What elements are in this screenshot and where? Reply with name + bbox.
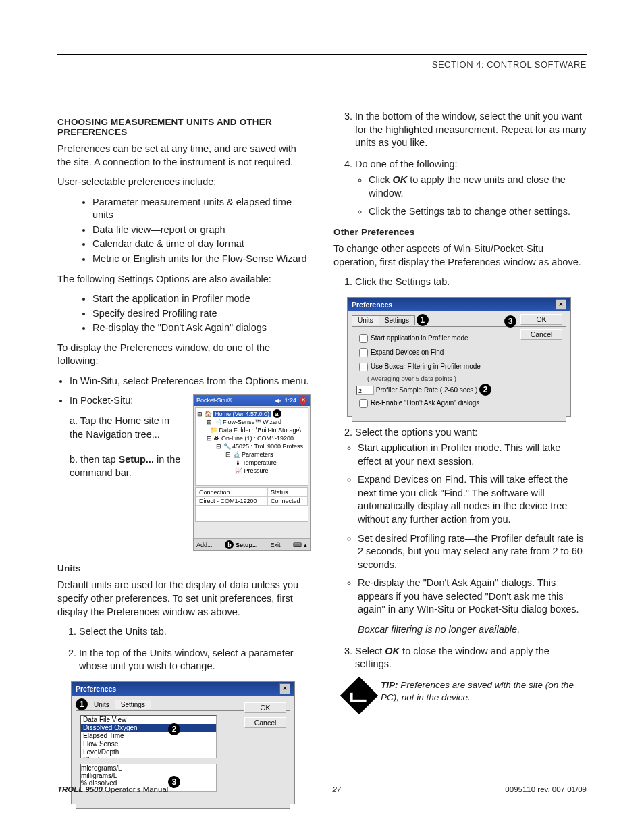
callout-1: 1 <box>417 314 429 326</box>
close-icon[interactable]: ✕ <box>299 396 307 405</box>
callout-3: 3 <box>504 315 516 328</box>
settings-step-1: Click the Settings tab. <box>355 276 587 289</box>
substep-a: a. Tap the Home site in the Navigation t… <box>70 415 178 441</box>
cancel-button[interactable]: Cancel <box>244 717 286 728</box>
tab-settings[interactable]: Settings <box>379 315 415 325</box>
para-intro3: The following Settings Options are also … <box>57 273 311 286</box>
status-value: Connected <box>268 497 308 506</box>
cancel-button[interactable]: Cancel <box>520 329 562 340</box>
window-title: Pocket-Situ® <box>196 397 232 404</box>
heading-choose-prefs: CHOOSING MEASUREMENT UNITS AND OTHER PRE… <box>57 117 311 137</box>
prefs-list: Parameter measurement units & elapsed ti… <box>92 196 311 266</box>
section-header: SECTION 4: CONTROL SOFTWARE <box>57 59 587 70</box>
note-boxcar: Boxcar filtering is no longer available. <box>358 623 587 637</box>
substep-b: b. then tap Setup... in the command bar. <box>70 453 184 479</box>
list-item: Calendar date & time of day format <box>92 238 311 251</box>
page-footer: TROLL 9500 Operator's Manual 27 0095110 … <box>57 785 587 793</box>
para-other: To change other aspects of Win-Situ/Pock… <box>333 242 587 269</box>
figure-pocket-situ: Pocket-Situ® ◀× 1:24 ✕ ⊟ 🏠 Home (Ver 4.5… <box>193 394 311 551</box>
close-icon[interactable]: × <box>279 683 290 694</box>
keyboard-icon[interactable]: ⌨ ▴ <box>293 542 307 548</box>
callout-b: b <box>225 540 234 549</box>
tip-icon <box>340 676 379 714</box>
col-connection: Connection <box>196 488 268 497</box>
checkbox-profiler-mode[interactable] <box>359 334 368 343</box>
list-item: Data file view—report or graph <box>92 224 311 237</box>
doc-rev: 0095110 rev. 007 01/09 <box>505 785 587 793</box>
exit-button[interactable]: Exit <box>270 542 280 548</box>
heading-units: Units <box>57 563 311 573</box>
window-title: Preferences <box>352 301 392 309</box>
para-intro2: User-selectable preferences include: <box>57 176 311 189</box>
ok-button[interactable]: OK <box>244 702 286 713</box>
step-3: In the bottom of the window, select the … <box>355 110 587 150</box>
checkbox-expand-devices[interactable] <box>359 348 368 357</box>
list-item: Parameter measurement units & elapsed ti… <box>92 196 311 222</box>
sample-rate-input[interactable]: 2 <box>356 386 374 395</box>
settings-step-3: Select OK to close the window and apply … <box>355 645 587 671</box>
tab-settings[interactable]: Settings <box>115 700 151 709</box>
list-item: Re-display the "Don't Ask Again" dialogs… <box>358 577 587 617</box>
callout-2: 2 <box>168 723 180 735</box>
list-item: Specify desired Profiling rate <box>92 307 311 321</box>
list-item: Set desired Profiling rate—the Profiler … <box>358 532 587 572</box>
list-item: Metric or English units for the Flow-Sen… <box>92 253 311 266</box>
tab-units[interactable]: Units <box>88 700 115 709</box>
para-intro1: Preferences can be set at any time, and … <box>57 142 311 169</box>
list-item: Re-display the "Don't Ask Again" dialogs <box>92 321 311 335</box>
connection-value: Direct - COM1-19200 <box>196 497 268 506</box>
para-units: Default units are used for the display o… <box>57 579 311 619</box>
tip-text: TIP: Preferences are saved with the site… <box>381 679 587 709</box>
ok-button[interactable]: OK <box>520 314 562 325</box>
checkbox-reenable-dialogs[interactable] <box>359 399 368 408</box>
parameter-list[interactable]: Data File View Dissolved Oxygen Elapsed … <box>80 715 217 758</box>
tab-units[interactable]: Units <box>352 315 379 325</box>
add-button[interactable]: Add... <box>196 542 213 548</box>
close-icon[interactable]: × <box>556 299 566 310</box>
settings-step-2: Select the options you want: Start appli… <box>355 426 587 637</box>
list-item: Click OK to apply the new units and clos… <box>369 174 587 200</box>
settings-list: Start the application in Profiler mode S… <box>92 292 311 335</box>
window-title: Preferences <box>76 685 116 693</box>
list-item: Start application in Profiler mode. This… <box>358 442 587 468</box>
list-item: Click the Settings tab to change other s… <box>369 205 587 219</box>
setup-button[interactable]: Setup... <box>236 542 258 548</box>
callout-a: a <box>273 409 281 418</box>
header-rule <box>57 54 587 55</box>
step-4: Do one of the following: Click OK to app… <box>355 158 587 219</box>
list-item: In Win-Situ, select Preferences from the… <box>70 375 311 388</box>
para-display-pref: To display the Preferences window, do on… <box>57 342 311 368</box>
nav-tree[interactable]: ⊟ 🏠 Home (Ver 4.57.0.0) a ⊞ 📄 Flow-Sense… <box>195 407 308 486</box>
figure-preferences-settings: Preferences × UnitsSettings 1 Start appl… <box>347 297 571 417</box>
page-number: 27 <box>332 785 341 793</box>
list-item: Expand Devices on Find. This will take e… <box>358 473 587 526</box>
units-step-2: In the top of the Units window, select a… <box>79 647 311 673</box>
heading-other-prefs: Other Preferences <box>333 227 587 237</box>
callout-1: 1 <box>76 698 88 710</box>
clock-text: 1:24 <box>284 397 296 404</box>
checkbox-boxcar[interactable] <box>359 363 368 371</box>
callout-2: 2 <box>479 384 491 396</box>
units-step-1: Select the Units tab. <box>79 625 311 639</box>
list-item: Start the application in Profiler mode <box>92 292 311 306</box>
col-status: Status <box>268 488 308 497</box>
